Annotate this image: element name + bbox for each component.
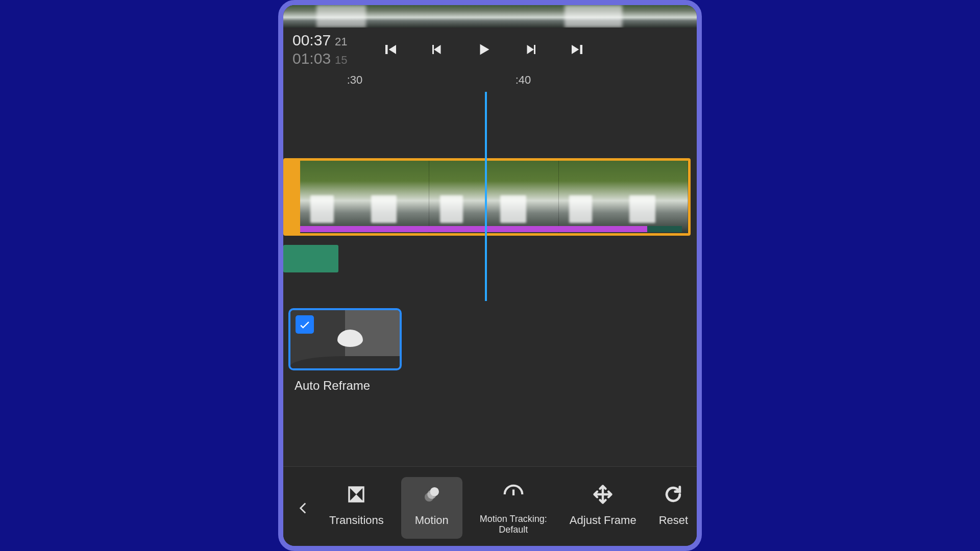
cloud-icon (337, 330, 363, 347)
audio-clip[interactable] (283, 245, 338, 272)
phone-frame: 00:37 21 01:03 15 (278, 0, 702, 551)
transitions-tool[interactable]: Transitions (324, 477, 389, 539)
motion-tracking-label: Motion Tracking: Default (480, 514, 547, 535)
transitions-icon (342, 480, 371, 509)
adjust-frame-label: Adjust Frame (570, 514, 636, 527)
reset-label: Reset (659, 514, 688, 527)
skip-end-button[interactable] (567, 39, 589, 60)
step-back-button[interactable] (426, 39, 448, 60)
skip-start-button[interactable] (379, 39, 401, 60)
effect-options: Auto Reframe (283, 301, 697, 401)
adjust-frame-icon (589, 480, 617, 509)
clip-thumbnail (559, 161, 688, 233)
motion-tracking-tool[interactable]: Motion Tracking: Default (475, 477, 552, 539)
transitions-label: Transitions (329, 514, 384, 527)
clip-thumbnail (429, 161, 558, 233)
checkmark-icon (296, 315, 314, 334)
ruler-mark-30: :30 (347, 73, 363, 87)
reset-icon (659, 480, 688, 509)
timeline-ruler[interactable]: :30 :40 (283, 70, 697, 92)
clip-audio-tail (647, 226, 682, 232)
step-forward-button[interactable] (520, 39, 542, 60)
video-clip[interactable] (283, 158, 691, 236)
adjust-frame-tool[interactable]: Adjust Frame (565, 477, 642, 539)
bottom-toolbar: Transitions Motion Motion Tracking: Defa… (283, 466, 697, 546)
auto-reframe-option[interactable] (288, 308, 402, 370)
playback-controls (379, 39, 589, 60)
clip-audio-bar (300, 226, 647, 232)
ruler-mark-40: :40 (516, 73, 531, 87)
playhead[interactable] (485, 92, 487, 301)
play-button[interactable] (473, 39, 495, 60)
timeline[interactable] (283, 92, 697, 301)
clip-thumbnail (300, 161, 429, 233)
video-preview[interactable] (283, 5, 697, 28)
total-frames: 15 (335, 54, 347, 67)
total-time: 01:03 (292, 50, 331, 67)
motion-icon (418, 480, 446, 509)
auto-reframe-label: Auto Reframe (288, 379, 692, 393)
current-time: 00:37 (292, 32, 331, 49)
motion-tracking-icon (499, 480, 528, 509)
timecodes: 00:37 21 01:03 15 (292, 32, 354, 67)
current-frames: 21 (335, 35, 347, 48)
reset-tool[interactable]: Reset (654, 477, 693, 539)
motion-label: Motion (415, 514, 449, 527)
playback-bar: 00:37 21 01:03 15 (283, 28, 697, 70)
svg-point-2 (430, 487, 439, 496)
motion-tool[interactable]: Motion (401, 477, 462, 539)
back-button[interactable] (283, 470, 324, 546)
